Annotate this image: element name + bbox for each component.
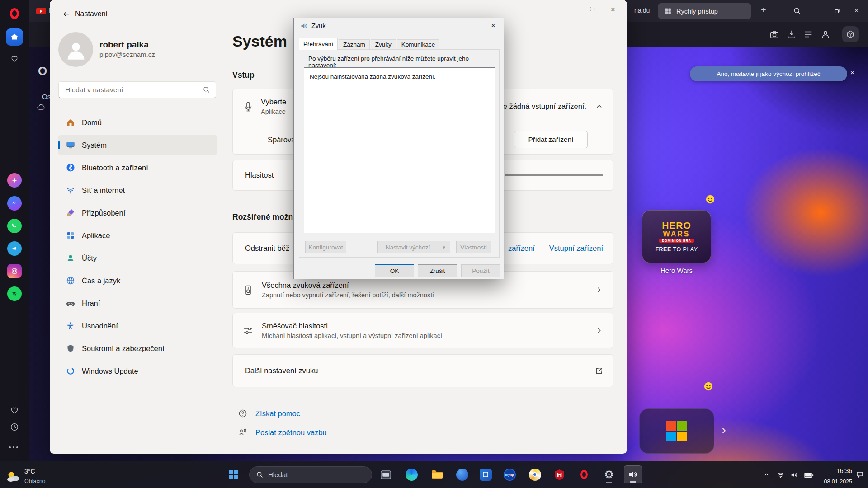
chevron-up-icon[interactable] bbox=[595, 103, 603, 110]
tab-title-fragment[interactable]: najdu bbox=[634, 7, 650, 14]
settings-nav: Domů Systém Bluetooth a zařízení Síť a i… bbox=[58, 113, 217, 384]
avatar[interactable] bbox=[58, 32, 93, 67]
notification-center-icon[interactable] bbox=[856, 470, 864, 479]
input-devices-link[interactable]: Vstupní zařízení bbox=[549, 244, 603, 253]
sidebar-item-bluetooth[interactable]: Bluetooth a zařízení bbox=[58, 158, 217, 178]
hero-wars-banner: DOMINION ERA bbox=[659, 239, 694, 243]
dialog-title: Zvuk bbox=[311, 22, 326, 29]
settings-minimize-button[interactable]: – bbox=[561, 0, 582, 18]
properties-button[interactable]: Vlastnosti bbox=[456, 241, 491, 253]
weather-widget[interactable]: 3°COblačno bbox=[5, 467, 46, 486]
feedback-link[interactable]: Poslat zpětnou vazbu bbox=[255, 428, 327, 437]
extensions-cube-button[interactable] bbox=[842, 26, 859, 42]
sidebar-item-accounts[interactable]: Účty bbox=[58, 248, 217, 268]
likes-heart-icon[interactable] bbox=[9, 405, 19, 415]
sidebar-home-button[interactable] bbox=[6, 28, 23, 46]
browser-close-button[interactable]: × bbox=[854, 6, 859, 14]
opera-sidebar bbox=[0, 0, 29, 461]
output-devices-link[interactable]: zařízení bbox=[508, 244, 535, 253]
sidebar-item-system[interactable]: Systém bbox=[58, 135, 217, 155]
tray-volume-icon[interactable] bbox=[790, 471, 798, 479]
downloads-icon[interactable] bbox=[787, 29, 797, 39]
taskbar-browser-globe-icon[interactable] bbox=[453, 465, 471, 483]
microsoft-tile[interactable] bbox=[639, 408, 714, 454]
ok-button[interactable]: OK bbox=[375, 264, 414, 277]
more-sound-settings-row[interactable]: Další nastavení zvuku bbox=[232, 354, 613, 387]
settings-maximize-button[interactable] bbox=[582, 0, 603, 18]
sound-dialog-titlebar[interactable]: Zvuk × bbox=[294, 18, 504, 33]
browser-restore-button[interactable] bbox=[834, 8, 840, 14]
settings-search-input[interactable] bbox=[59, 86, 203, 94]
playback-description: Po výběru zařízení pro přehrávání níže m… bbox=[308, 55, 489, 69]
opera-logo-icon[interactable] bbox=[10, 8, 19, 19]
settings-search-box[interactable] bbox=[58, 81, 216, 98]
sidebar-item-windows-update[interactable]: Windows Update bbox=[58, 361, 217, 381]
instagram-icon[interactable] bbox=[7, 264, 22, 278]
taskbar-edge-icon[interactable] bbox=[402, 465, 420, 483]
sidebar-more-icon[interactable] bbox=[9, 446, 18, 448]
configure-button[interactable]: Konfigurovat bbox=[305, 241, 346, 253]
tab-search-icon[interactable] bbox=[793, 7, 802, 15]
taskbar-myhp-icon[interactable]: myhp bbox=[500, 465, 519, 483]
playback-device-list[interactable]: Nejsou nainstalována žádná zvuková zaříz… bbox=[304, 67, 495, 233]
search-icon bbox=[203, 86, 216, 94]
volume-slider[interactable] bbox=[505, 174, 603, 176]
sound-dialog: Zvuk × Přehrávání Záznam Zvuky Komunikac… bbox=[293, 18, 504, 279]
apply-button[interactable]: Použít bbox=[461, 264, 500, 277]
history-clock-icon[interactable] bbox=[9, 422, 19, 432]
telegram-icon[interactable] bbox=[7, 241, 22, 256]
sidebar-item-network[interactable]: Síť a internet bbox=[58, 180, 217, 200]
taskbar-blue-app-icon[interactable] bbox=[476, 465, 495, 483]
bookmarks-heart-icon[interactable] bbox=[10, 54, 19, 63]
get-help-link[interactable]: Získat pomoc bbox=[255, 409, 300, 418]
taskbar-file-explorer-icon[interactable] bbox=[428, 465, 446, 483]
sidebar-item-personalization[interactable]: Přizpůsobení bbox=[58, 203, 217, 223]
taskbar-opera-icon[interactable] bbox=[575, 465, 593, 483]
taskbar-mcafee-icon[interactable] bbox=[550, 465, 568, 483]
tray-wifi-icon[interactable] bbox=[777, 471, 785, 479]
new-tab-button[interactable]: + bbox=[761, 5, 766, 15]
speed-dial-chevron-icon[interactable]: › bbox=[722, 422, 726, 437]
taskbar-settings-icon[interactable]: ⚙ bbox=[600, 465, 618, 483]
browser-minimize-button[interactable]: – bbox=[815, 6, 819, 14]
sidebar-item-accessibility[interactable]: Usnadnění bbox=[58, 316, 217, 336]
taskbar-sound-dialog-icon[interactable] bbox=[624, 465, 642, 483]
prompt-dismiss-icon[interactable]: × bbox=[850, 69, 854, 76]
dialog-close-button[interactable]: × bbox=[483, 18, 504, 33]
tab-rychly-pristup[interactable]: Rychlý přístup bbox=[658, 3, 751, 19]
settings-close-button[interactable]: × bbox=[603, 0, 623, 18]
set-default-browser-button[interactable]: Ano, nastavte ji jako výchozí prohlížeč bbox=[690, 66, 847, 81]
sidebar-item-privacy[interactable]: Soukromí a zabezpečení bbox=[58, 338, 217, 358]
start-button[interactable] bbox=[226, 466, 242, 483]
snapshot-camera-icon[interactable] bbox=[769, 29, 779, 39]
volume-mixer-row[interactable]: Směšovač hlasitosti Míchání hlasitosti a… bbox=[232, 313, 613, 348]
help-icon bbox=[238, 409, 247, 418]
set-default-dropdown-icon[interactable]: ▾ bbox=[438, 241, 450, 253]
messenger-icon[interactable] bbox=[7, 196, 22, 211]
spotify-icon[interactable] bbox=[7, 286, 22, 301]
back-button[interactable] bbox=[62, 10, 70, 18]
hero-wars-promo-tile[interactable]: HERO WARS DOMINION ERA FREE TO PLAY bbox=[642, 210, 711, 263]
reading-list-icon[interactable] bbox=[803, 29, 813, 39]
tab-komunikace[interactable]: Komunikace bbox=[397, 39, 439, 50]
sidebar-item-domu[interactable]: Domů bbox=[58, 113, 217, 132]
tab-prehravani[interactable]: Přehrávání bbox=[299, 38, 338, 50]
whatsapp-icon[interactable] bbox=[7, 219, 22, 233]
settings-window-title: Nastavení bbox=[75, 10, 108, 18]
taskbar-clock[interactable]: 16:36 08.01.2025 bbox=[811, 465, 852, 486]
sidebar-item-gaming[interactable]: Hraní bbox=[58, 293, 217, 313]
taskbar-app-window-icon[interactable] bbox=[377, 465, 395, 483]
system-monitor-icon bbox=[66, 141, 75, 150]
tray-show-hidden-icon[interactable] bbox=[763, 471, 770, 478]
tab-zaznam[interactable]: Záznam bbox=[339, 39, 370, 50]
aria-ai-icon[interactable] bbox=[7, 173, 22, 188]
profile-icon[interactable] bbox=[821, 29, 830, 39]
sidebar-item-time-language[interactable]: Čas a jazyk bbox=[58, 271, 217, 291]
cancel-button[interactable]: Zrušit bbox=[418, 264, 457, 277]
sidebar-item-apps[interactable]: Aplikace bbox=[58, 225, 217, 245]
tab-zvuky[interactable]: Zvuky bbox=[371, 39, 396, 50]
add-device-button[interactable]: Přidat zařízení bbox=[514, 131, 588, 148]
taskbar-search-box[interactable]: Hledat bbox=[249, 466, 372, 483]
set-default-split-button[interactable]: Nastavit výchozí ▾ bbox=[377, 241, 450, 253]
taskbar-browser-swirl-icon[interactable] bbox=[526, 465, 544, 483]
